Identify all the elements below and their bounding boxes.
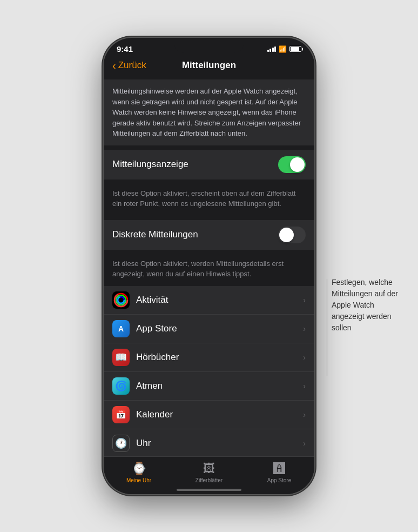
tab-meine-uhr[interactable]: ⌚ Meine Uhr xyxy=(104,462,174,483)
mitteilungsanzeige-row-container: Mitteilungsanzeige xyxy=(104,150,314,179)
intro-info-block: Mitteilungshinweise werden auf der Apple… xyxy=(104,79,314,145)
uhr-chevron-icon: › xyxy=(303,439,306,448)
aktivitaet-label: Aktivität xyxy=(136,295,303,305)
diskrete-label: Diskrete Mitteilungen xyxy=(112,229,198,240)
app-list: Aktivität › A App Store › xyxy=(104,286,314,457)
atmen-chevron-icon: › xyxy=(303,382,306,390)
aktivitaet-icon xyxy=(112,291,130,309)
list-item[interactable]: 📅 Kalender › xyxy=(104,401,314,429)
meine-uhr-icon: ⌚ xyxy=(132,462,146,476)
diskrete-toggle-thumb xyxy=(279,228,294,242)
meine-uhr-label: Meine Uhr xyxy=(126,477,151,483)
back-chevron-icon: ‹ xyxy=(112,59,116,72)
mitteilungsanzeige-label: Mitteilungsanzeige xyxy=(112,159,188,170)
scroll-content: Mitteilungshinweise werden auf der Apple… xyxy=(104,75,314,488)
status-bar: 9:41 📶 xyxy=(104,38,314,56)
list-item[interactable]: A App Store › xyxy=(104,315,314,343)
diskrete-toggle[interactable] xyxy=(278,227,306,243)
back-label: Zurück xyxy=(118,60,146,71)
wifi-icon: 📶 xyxy=(279,45,287,53)
appstore-icon: A xyxy=(112,320,130,337)
mitteilungsanzeige-desc: Ist diese Option aktiviert, erscheint ob… xyxy=(104,184,314,216)
uhr-icon: 🕐 xyxy=(112,435,130,452)
list-item[interactable]: 🌀 Atmen › xyxy=(104,372,314,401)
signal-icon xyxy=(267,46,277,52)
app-store-tab-label: App Store xyxy=(267,477,291,483)
intro-text: Mitteilungshinweise werden auf der Apple… xyxy=(112,86,306,139)
diskrete-section: Diskrete Mitteilungen Ist diese Option a… xyxy=(104,220,314,286)
hoerbuecher-icon: 📖 xyxy=(112,349,130,366)
diskrete-row[interactable]: Diskrete Mitteilungen xyxy=(104,220,314,250)
annotation-text: Festlegen, welche Mitteilungen auf der A… xyxy=(332,277,407,334)
mitteilungsanzeige-description: Ist diese Option aktiviert, erscheint ob… xyxy=(112,188,306,209)
tab-bar: ⌚ Meine Uhr 🖼 Zifferblätter 🅰 App Store xyxy=(104,456,314,488)
atmen-label: Atmen xyxy=(136,381,303,391)
tab-app-store[interactable]: 🅰 App Store xyxy=(244,462,314,483)
screen-content: ‹ Zurück Mitteilungen Mitteilungshinweis… xyxy=(104,56,314,488)
diskrete-description: Ist diese Option aktiviert, werden Mitte… xyxy=(112,258,306,280)
side-annotation: Festlegen, welche Mitteilungen auf der A… xyxy=(327,277,407,376)
zifferblatter-icon: 🖼 xyxy=(203,462,215,476)
nav-header: ‹ Zurück Mitteilungen xyxy=(104,56,314,75)
diskrete-desc: Ist diese Option aktiviert, werden Mitte… xyxy=(104,254,314,286)
aktivitaet-chevron-icon: › xyxy=(303,296,306,304)
list-item[interactable]: 🕐 Uhr › xyxy=(104,429,314,457)
hoerbuecher-chevron-icon: › xyxy=(303,353,306,362)
page-title: Mitteilungen xyxy=(182,60,236,71)
atmen-icon: 🌀 xyxy=(112,377,130,395)
zifferblatter-label: Zifferblätter xyxy=(195,477,223,483)
battery-icon xyxy=(289,46,301,52)
appstore-label: App Store xyxy=(136,323,303,334)
appstore-chevron-icon: › xyxy=(303,324,306,333)
mitteilungsanzeige-toggle[interactable] xyxy=(278,156,306,173)
status-icons: 📶 xyxy=(267,45,302,53)
screen-wrapper: 9:41 📶 ‹ xyxy=(0,0,418,532)
tab-zifferblatter[interactable]: 🖼 Zifferblätter xyxy=(174,462,244,483)
toggle-thumb xyxy=(290,157,305,172)
kalender-label: Kalender xyxy=(136,409,303,420)
kalender-chevron-icon: › xyxy=(303,410,306,419)
list-item[interactable]: Aktivität › xyxy=(104,286,314,315)
status-time: 9:41 xyxy=(117,44,133,54)
hoerbuecher-label: Hörbücher xyxy=(136,352,303,363)
diskrete-row-container: Diskrete Mitteilungen xyxy=(104,220,314,250)
mitteilungsanzeige-row[interactable]: Mitteilungsanzeige xyxy=(104,150,314,179)
app-store-tab-icon: 🅰 xyxy=(273,462,285,476)
kalender-icon: 📅 xyxy=(112,406,130,423)
mitteilungsanzeige-section: Mitteilungsanzeige Ist diese Option akti… xyxy=(104,150,314,216)
phone-frame: 9:41 📶 ‹ xyxy=(104,38,314,494)
uhr-label: Uhr xyxy=(136,438,303,449)
list-item[interactable]: 📖 Hörbücher › xyxy=(104,343,314,372)
svg-text:A: A xyxy=(118,324,124,333)
annotation-line xyxy=(327,279,327,376)
back-button[interactable]: ‹ Zurück xyxy=(112,59,146,72)
